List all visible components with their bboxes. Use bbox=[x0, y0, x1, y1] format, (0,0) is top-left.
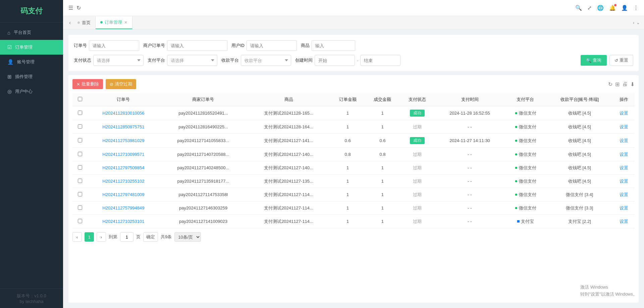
collect-platform-label: 收款平台 bbox=[221, 57, 239, 63]
sidebar-item-accounts[interactable]: 👤 账号管理 bbox=[0, 55, 63, 69]
sidebar-item-plugins[interactable]: ⊞ 插件管理 bbox=[0, 69, 63, 84]
row-checkbox[interactable] bbox=[78, 111, 82, 115]
pay-platform-cell: ● 微信支付 bbox=[505, 148, 546, 161]
table-print-icon[interactable]: 🖨 bbox=[622, 81, 628, 87]
filter-pay-status: 支付状态 请选择 成功 过期 bbox=[74, 55, 144, 66]
more-icon[interactable]: ⋮ bbox=[633, 5, 639, 11]
user-id-input[interactable] bbox=[247, 40, 297, 51]
tab-orders[interactable]: 订单管理 ✕ bbox=[96, 16, 132, 29]
prev-page-btn[interactable]: ‹ bbox=[72, 232, 82, 242]
reset-button[interactable]: ↺ 重置 bbox=[609, 55, 633, 66]
deal-amount-cell: 1 bbox=[365, 175, 400, 188]
menu-icon[interactable]: ☰ bbox=[68, 5, 73, 11]
clear-expired-button[interactable]: ⊘ 清空过期 bbox=[106, 79, 136, 89]
row-checkbox-cell bbox=[72, 106, 87, 120]
pay-time-cell: - - bbox=[435, 120, 505, 134]
tab-expand-icon[interactable]: › bbox=[633, 20, 634, 25]
tab-menu-icon[interactable]: ⌄ bbox=[636, 20, 640, 25]
order-no-link[interactable]: H2024112710255102 bbox=[102, 179, 144, 184]
pay-status-cell: 过期 bbox=[400, 148, 435, 161]
order-no-link[interactable]: H2024112850975751 bbox=[102, 124, 144, 129]
row-checkbox[interactable] bbox=[78, 219, 82, 223]
settings-link[interactable]: 设置 bbox=[620, 124, 628, 129]
order-no-input[interactable] bbox=[89, 40, 139, 51]
next-page-btn[interactable]: › bbox=[97, 232, 106, 242]
settings-link[interactable]: 设置 bbox=[620, 165, 628, 170]
order-no-link[interactable]: H2024112753981029 bbox=[102, 138, 144, 143]
sidebar-item-home[interactable]: ⌂ 平台首页 bbox=[0, 25, 63, 40]
merchant-no-label: 商户订单号 bbox=[143, 43, 165, 49]
sidebar-item-label: 平台首页 bbox=[14, 29, 31, 36]
product-label: 商品 bbox=[301, 43, 310, 49]
search-icon[interactable]: 🔍 bbox=[575, 5, 582, 11]
order-amount-cell: 0.6 bbox=[330, 134, 365, 148]
filter-actions: 🔍 查询 ↺ 重置 bbox=[581, 55, 633, 66]
order-no-link[interactable]: H2024112797481009 bbox=[102, 192, 144, 197]
query-button[interactable]: 🔍 查询 bbox=[581, 55, 607, 66]
collect-platform-select[interactable]: 收款平台 bbox=[241, 55, 291, 66]
user-icon[interactable]: 👤 bbox=[621, 5, 628, 11]
select-all-checkbox[interactable] bbox=[78, 97, 82, 101]
settings-link[interactable]: 设置 bbox=[620, 111, 628, 116]
table-download-icon[interactable]: ⬇ bbox=[630, 81, 635, 87]
table-row: H2024112710255102pay20241127135918177...… bbox=[72, 175, 635, 188]
order-no-link[interactable]: H2024112810010056 bbox=[102, 111, 144, 116]
order-no-link[interactable]: H2024112710099571 bbox=[102, 152, 144, 157]
status-expired: 过期 bbox=[413, 219, 422, 224]
settings-link[interactable]: 设置 bbox=[620, 205, 628, 210]
batch-delete-button[interactable]: ✕ 批量删除 bbox=[72, 79, 103, 89]
row-checkbox-cell bbox=[72, 175, 87, 188]
row-checkbox-cell bbox=[72, 148, 87, 161]
row-checkbox[interactable] bbox=[78, 165, 82, 170]
tab-close-btn[interactable]: ✕ bbox=[124, 20, 127, 25]
refresh-icon[interactable]: ↻ bbox=[76, 5, 81, 11]
sidebar-item-orders[interactable]: ☑ 订单管理 bbox=[0, 40, 63, 55]
order-no-link[interactable]: H2024112710253101 bbox=[102, 219, 144, 224]
sidebar-item-users[interactable]: ◎ 用户中心 bbox=[0, 84, 63, 99]
start-date-input[interactable] bbox=[315, 55, 355, 66]
product-input[interactable] bbox=[312, 40, 355, 51]
col-checkbox bbox=[72, 93, 87, 106]
pay-platform-cell: ● 微信支付 bbox=[505, 134, 546, 148]
row-checkbox[interactable] bbox=[78, 152, 82, 156]
order-no-cell: H2024112753981029 bbox=[87, 134, 159, 148]
row-checkbox[interactable] bbox=[78, 192, 82, 196]
order-no-link[interactable]: H2024112757994849 bbox=[102, 205, 144, 210]
settings-link[interactable]: 设置 bbox=[620, 152, 628, 157]
goto-page-input[interactable] bbox=[120, 232, 133, 242]
pay-platform-cell: ● 微信支付 bbox=[505, 120, 546, 134]
pay-platform-select[interactable]: 请选择 微信支付 支付宝 bbox=[167, 55, 217, 66]
pay-status-cell: 过期 bbox=[400, 161, 435, 175]
pay-status-select[interactable]: 请选择 成功 过期 bbox=[93, 55, 144, 66]
settings-link[interactable]: 设置 bbox=[620, 138, 628, 143]
filter-merchant-no: 商户订单号 bbox=[143, 40, 227, 51]
table-refresh-icon[interactable]: ↻ bbox=[608, 81, 612, 87]
settings-link[interactable]: 设置 bbox=[620, 192, 628, 197]
table-columns-icon[interactable]: ⊞ bbox=[615, 81, 620, 87]
row-checkbox[interactable] bbox=[78, 179, 82, 183]
goto-confirm-btn[interactable]: 确定 bbox=[143, 232, 158, 242]
table-row: H2024112710253101pay20241127141009023支付测… bbox=[72, 215, 635, 228]
table-row: H2024112710099571pay20241127140720588...… bbox=[72, 148, 635, 161]
pay-platform-cell: ■ 支付宝 bbox=[505, 215, 546, 228]
row-checkbox[interactable] bbox=[78, 124, 82, 129]
end-date-input[interactable] bbox=[360, 55, 400, 66]
collect-platform-cell: 收钱吧 [4.5] bbox=[546, 148, 613, 161]
settings-link[interactable]: 设置 bbox=[620, 179, 628, 184]
tab-prev-btn[interactable]: ‹ bbox=[67, 20, 73, 26]
row-checkbox[interactable] bbox=[78, 138, 82, 142]
col-pay-status: 支付状态 bbox=[400, 93, 435, 106]
tab-home[interactable]: 首页 bbox=[73, 16, 96, 29]
col-pay-platform: 支付平台 bbox=[505, 93, 546, 106]
globe-icon[interactable]: 🌐 bbox=[597, 5, 604, 11]
row-checkbox[interactable] bbox=[78, 205, 82, 210]
bell-icon[interactable]: 🔔 bbox=[609, 5, 616, 11]
page-1-btn[interactable]: 1 bbox=[85, 232, 94, 242]
operation-cell: 设置 bbox=[613, 215, 635, 228]
operation-cell: 设置 bbox=[613, 106, 635, 120]
expand-icon[interactable]: ⤢ bbox=[587, 5, 592, 11]
settings-link[interactable]: 设置 bbox=[620, 219, 628, 224]
order-no-link[interactable]: H2024112797509854 bbox=[102, 165, 144, 170]
per-page-select[interactable]: 10条/页 20条/页 50条/页 bbox=[174, 232, 201, 242]
merchant-no-input[interactable] bbox=[167, 40, 227, 51]
